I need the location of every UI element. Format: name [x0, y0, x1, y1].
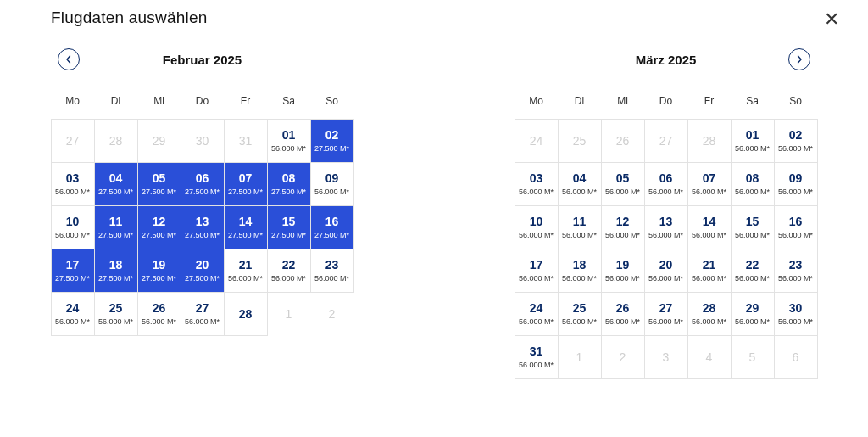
day-number: 11: [573, 215, 587, 228]
day-number: 03: [66, 171, 80, 185]
day-cell-muted: 5: [731, 335, 775, 379]
day-cell[interactable]: 2056.000 M*: [644, 249, 688, 293]
day-cell[interactable]: 2256.000 M*: [731, 249, 775, 293]
day-cell[interactable]: 1256.000 M*: [601, 205, 645, 249]
day-cell[interactable]: 1056.000 M*: [515, 205, 559, 249]
day-cell[interactable]: 1656.000 M*: [774, 205, 818, 249]
day-number: 2: [620, 350, 626, 364]
day-price: 56.000 M*: [519, 361, 554, 369]
day-cell[interactable]: 2456.000 M*: [51, 292, 95, 336]
day-cell[interactable]: 2556.000 M*: [94, 292, 138, 336]
next-month-button[interactable]: [788, 48, 810, 70]
day-cell[interactable]: 2656.000 M*: [601, 292, 645, 336]
day-price: 56.000 M*: [735, 144, 770, 153]
weekday-label: Sa: [267, 95, 310, 107]
day-cell[interactable]: 1756.000 M*: [515, 249, 559, 293]
day-price: 56.000 M*: [98, 317, 133, 326]
day-cell[interactable]: 1127.500 M*: [94, 205, 138, 249]
day-number: 12: [616, 215, 630, 228]
prev-month-button[interactable]: [58, 48, 80, 70]
day-number: 18: [109, 258, 123, 272]
day-cell-muted: 29: [137, 119, 181, 163]
day-price: 27.500 M*: [314, 231, 349, 239]
day-cell[interactable]: 2656.000 M*: [137, 292, 181, 336]
day-number: 29: [746, 301, 760, 315]
day-cell[interactable]: 0356.000 M*: [515, 162, 559, 206]
day-cell[interactable]: 0627.500 M*: [181, 162, 225, 206]
day-number: 02: [789, 128, 803, 142]
month-header: Februar 2025: [51, 48, 353, 71]
day-cell[interactable]: 0727.500 M*: [224, 162, 268, 206]
day-cell[interactable]: 1727.500 M*: [51, 249, 95, 293]
day-cell[interactable]: 1056.000 M*: [51, 205, 95, 249]
day-cell[interactable]: 0756.000 M*: [687, 162, 732, 206]
day-price: 56.000 M*: [55, 317, 90, 326]
day-number: 26: [153, 301, 166, 315]
day-number: 30: [196, 134, 209, 148]
day-cell[interactable]: 1327.500 M*: [181, 205, 225, 249]
day-price: 56.000 M*: [562, 188, 597, 196]
day-cell[interactable]: 1227.500 M*: [137, 205, 181, 249]
day-cell-muted: 6: [774, 335, 818, 379]
day-price: 27.500 M*: [185, 231, 220, 239]
day-cell[interactable]: 28: [224, 292, 268, 336]
day-cell[interactable]: 2156.000 M*: [224, 249, 268, 293]
day-cell[interactable]: 0227.500 M*: [310, 119, 354, 163]
weekday-label: Di: [558, 95, 601, 107]
day-price: 27.500 M*: [142, 188, 176, 196]
day-cell[interactable]: 0356.000 M*: [51, 162, 95, 206]
day-cell[interactable]: 2027.500 M*: [181, 249, 225, 293]
day-cell[interactable]: 2356.000 M*: [310, 249, 354, 293]
day-number: 18: [573, 258, 587, 272]
day-cell[interactable]: 0456.000 M*: [558, 162, 602, 206]
day-cell[interactable]: 0527.500 M*: [137, 162, 181, 206]
day-cell[interactable]: 2856.000 M*: [687, 292, 732, 336]
day-cell[interactable]: 2256.000 M*: [267, 249, 311, 293]
day-cell[interactable]: 1456.000 M*: [687, 205, 732, 249]
day-cell[interactable]: 0656.000 M*: [644, 162, 688, 206]
day-cell[interactable]: 2356.000 M*: [774, 249, 818, 293]
day-cell[interactable]: 1927.500 M*: [137, 249, 181, 293]
day-cell[interactable]: 0256.000 M*: [774, 119, 818, 163]
day-cell[interactable]: 0156.000 M*: [731, 119, 775, 163]
day-cell[interactable]: 1827.500 M*: [94, 249, 138, 293]
day-cell[interactable]: 2156.000 M*: [687, 249, 732, 293]
day-cell[interactable]: 0956.000 M*: [310, 162, 354, 206]
day-cell-muted: 26: [601, 119, 645, 163]
day-price: 56.000 M*: [185, 317, 220, 326]
day-cell[interactable]: 1156.000 M*: [558, 205, 602, 249]
day-cell[interactable]: 0156.000 M*: [267, 119, 311, 163]
day-price: 56.000 M*: [648, 231, 683, 239]
day-number: 5: [749, 350, 756, 364]
day-cell[interactable]: 2756.000 M*: [181, 292, 225, 336]
day-cell[interactable]: 3056.000 M*: [774, 292, 818, 336]
weekday-label: Fr: [224, 95, 267, 107]
day-cell[interactable]: 2756.000 M*: [644, 292, 688, 336]
day-number: 05: [153, 171, 166, 185]
day-cell[interactable]: 2556.000 M*: [558, 292, 602, 336]
day-cell[interactable]: 1956.000 M*: [601, 249, 645, 293]
day-cell[interactable]: 2456.000 M*: [515, 292, 559, 336]
month-title: Februar 2025: [163, 53, 242, 67]
day-price: 27.500 M*: [228, 231, 263, 239]
day-price: 56.000 M*: [562, 317, 597, 326]
day-number: 08: [282, 171, 296, 185]
day-cell[interactable]: 1627.500 M*: [310, 205, 354, 249]
close-icon[interactable]: ✕: [822, 8, 841, 31]
day-cell[interactable]: 1527.500 M*: [267, 205, 311, 249]
day-number: 17: [530, 258, 543, 272]
day-price: 56.000 M*: [692, 188, 726, 196]
day-cell[interactable]: 1427.500 M*: [224, 205, 268, 249]
day-cell[interactable]: 1556.000 M*: [731, 205, 775, 249]
day-cell[interactable]: 0427.500 M*: [94, 162, 138, 206]
day-cell[interactable]: 1856.000 M*: [558, 249, 602, 293]
day-cell[interactable]: 0556.000 M*: [601, 162, 645, 206]
day-cell[interactable]: 0856.000 M*: [731, 162, 775, 206]
weekday-label: Do: [181, 95, 224, 107]
day-cell[interactable]: 0956.000 M*: [774, 162, 818, 206]
day-number: 03: [530, 171, 543, 185]
day-cell[interactable]: 0827.500 M*: [267, 162, 311, 206]
day-cell[interactable]: 1356.000 M*: [644, 205, 688, 249]
day-cell[interactable]: 2956.000 M*: [731, 292, 775, 336]
day-cell[interactable]: 3156.000 M*: [515, 335, 559, 379]
